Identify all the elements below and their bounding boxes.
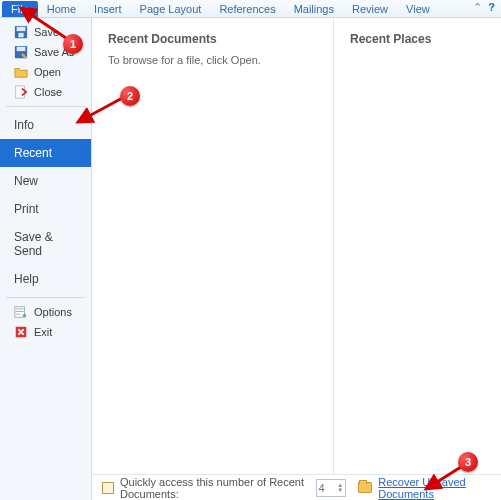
tab-review[interactable]: Review	[343, 1, 397, 17]
sidebar-open[interactable]: Open	[0, 62, 91, 82]
tab-view[interactable]: View	[397, 1, 439, 17]
recover-folder-icon	[358, 482, 372, 493]
separator	[6, 297, 85, 298]
tab-mailings[interactable]: Mailings	[285, 1, 343, 17]
svg-rect-2	[18, 33, 23, 37]
sidebar-open-label: Open	[34, 66, 61, 78]
quick-access-checkbox[interactable]	[102, 482, 114, 494]
quick-access-label: Quickly access this number of Recent Doc…	[120, 476, 310, 500]
recent-documents-heading: Recent Documents	[108, 32, 317, 46]
tab-file[interactable]: File	[2, 1, 38, 17]
help-icon[interactable]: ?	[488, 1, 495, 14]
sidebar-help[interactable]: Help	[0, 265, 91, 293]
svg-rect-1	[17, 27, 26, 31]
open-icon	[14, 65, 28, 79]
sidebar-options[interactable]: Options	[0, 302, 91, 322]
svg-rect-7	[16, 309, 24, 310]
recent-places-panel: Recent Places	[334, 18, 501, 474]
svg-rect-9	[16, 314, 20, 315]
save-as-icon	[14, 45, 28, 59]
callout-2: 2	[120, 86, 140, 106]
ribbon-tabs: File Home Insert Page Layout References …	[0, 0, 501, 18]
svg-rect-4	[17, 47, 26, 51]
svg-rect-5	[16, 86, 25, 98]
sidebar-info[interactable]: Info	[0, 111, 91, 139]
sidebar-close-label: Close	[34, 86, 62, 98]
callout-1: 1	[63, 34, 83, 54]
recent-places-heading: Recent Places	[350, 32, 485, 46]
sidebar-print[interactable]: Print	[0, 195, 91, 223]
recover-unsaved-link[interactable]: Recover Unsaved Documents	[378, 476, 491, 500]
svg-point-10	[23, 314, 27, 318]
tab-page-layout[interactable]: Page Layout	[131, 1, 211, 17]
tab-references[interactable]: References	[210, 1, 284, 17]
sidebar-options-label: Options	[34, 306, 72, 318]
exit-icon	[14, 325, 28, 339]
sidebar-recent[interactable]: Recent	[0, 139, 91, 167]
tab-home[interactable]: Home	[38, 1, 85, 17]
save-icon	[14, 25, 28, 39]
tab-insert[interactable]: Insert	[85, 1, 131, 17]
callout-3: 3	[458, 452, 478, 472]
separator	[6, 106, 85, 107]
sidebar-exit[interactable]: Exit	[0, 322, 91, 342]
sidebar-save-label: Save	[34, 26, 59, 38]
backstage-bottom-bar: Quickly access this number of Recent Doc…	[92, 474, 501, 500]
spin-buttons[interactable]: ▲▼	[337, 483, 343, 493]
backstage-content: Recent Documents To browse for a file, c…	[92, 18, 501, 500]
quick-access-value: 4	[319, 482, 325, 494]
backstage-sidebar: Save Save As Open Close Info Recent New …	[0, 18, 92, 500]
minimize-ribbon-icon[interactable]: ⌃	[473, 1, 482, 14]
sidebar-new[interactable]: New	[0, 167, 91, 195]
sidebar-exit-label: Exit	[34, 326, 52, 338]
sidebar-close[interactable]: Close	[0, 82, 91, 102]
sidebar-save-send[interactable]: Save & Send	[0, 223, 91, 265]
svg-rect-8	[16, 311, 24, 312]
close-icon	[14, 85, 28, 99]
options-icon	[14, 305, 28, 319]
quick-access-count-input[interactable]: 4 ▲▼	[316, 479, 347, 497]
recent-documents-hint: To browse for a file, click Open.	[108, 54, 317, 66]
